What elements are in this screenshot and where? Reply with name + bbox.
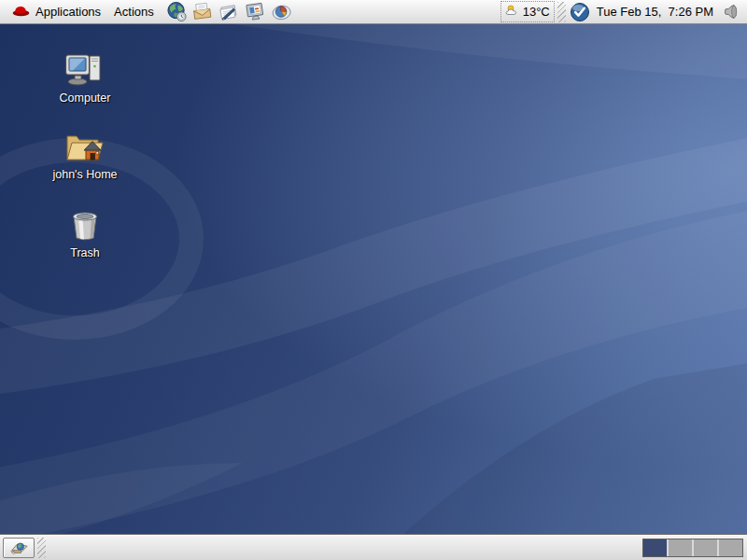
applications-menu-label: Applications	[35, 5, 101, 19]
volume-applet[interactable]	[719, 1, 741, 23]
computer-icon	[64, 52, 106, 88]
actions-menu[interactable]: Actions	[107, 1, 161, 23]
word-processor-icon	[218, 1, 240, 22]
web-browser-launcher[interactable]	[166, 1, 189, 23]
panel-right-cluster: 13°C Tue Feb 15, 7:26 PM	[500, 1, 741, 23]
computer-icon-label: Computer	[60, 91, 111, 105]
word-processor-launcher[interactable]	[218, 1, 241, 23]
home-icon-label: john's Home	[52, 168, 117, 181]
screen: Applications Actions	[0, 0, 747, 560]
workspace-switcher	[642, 539, 743, 557]
presentation-icon	[245, 1, 266, 22]
email-icon	[192, 1, 214, 22]
web-browser-icon	[166, 1, 188, 22]
speaker-icon	[722, 3, 740, 21]
weather-applet[interactable]: 13°C	[500, 1, 555, 22]
show-desktop-icon	[8, 539, 29, 556]
workspace-4[interactable]	[719, 539, 742, 556]
update-check-icon	[570, 2, 590, 22]
redhat-logo-icon	[12, 4, 30, 20]
launcher-group	[166, 1, 293, 23]
desktop-icon-computer[interactable]: Computer	[43, 52, 127, 105]
top-panel: Applications Actions	[0, 0, 747, 24]
home-folder-icon	[64, 129, 106, 164]
desktop[interactable]: Computer john's Home	[0, 24, 747, 536]
applet-drag-handle[interactable]	[557, 2, 566, 22]
workspace-1[interactable]	[643, 539, 669, 556]
workspace-3[interactable]	[694, 539, 719, 556]
update-notifier[interactable]	[569, 1, 591, 23]
show-desktop-button[interactable]	[3, 538, 35, 558]
workspace-2[interactable]	[669, 539, 694, 556]
spreadsheet-launcher[interactable]	[271, 1, 293, 23]
weather-cloud-icon	[505, 4, 521, 20]
trash-icon-label: Trash	[70, 246, 100, 259]
email-launcher[interactable]	[192, 1, 215, 23]
actions-menu-label: Actions	[114, 5, 154, 19]
trash-icon	[68, 207, 102, 243]
weather-temperature: 13°C	[523, 5, 550, 19]
desktop-icon-trash[interactable]: Trash	[43, 207, 127, 259]
clock-applet[interactable]: Tue Feb 15, 7:26 PM	[591, 5, 719, 19]
desktop-icon-home[interactable]: john's Home	[43, 129, 127, 181]
applications-menu[interactable]: Applications	[6, 1, 107, 23]
bottom-panel	[0, 536, 747, 560]
panel-drag-handle[interactable]	[37, 538, 46, 558]
presentation-launcher[interactable]	[245, 1, 267, 23]
spreadsheet-icon	[271, 1, 292, 22]
